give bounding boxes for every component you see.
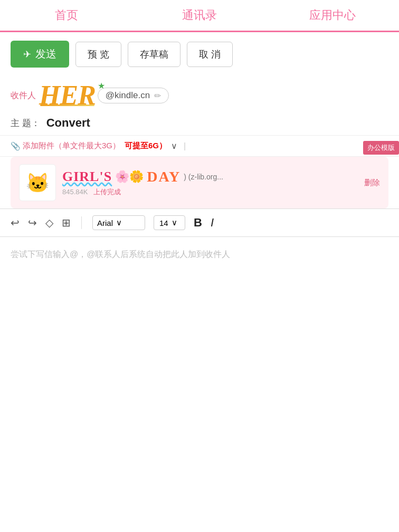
recipient-name-decoration: HER ★: [39, 82, 96, 109]
file-extension: ) (z-lib.org...: [184, 173, 223, 181]
send-button[interactable]: ✈ 发送: [11, 41, 69, 68]
recipient-row: 收件人 HER ★ @kindle.cn ✏: [0, 76, 399, 113]
font-chevron-icon: ∨: [116, 218, 122, 227]
undo-icon[interactable]: ↩: [11, 216, 20, 229]
upgrade-label: 可提至6G）: [125, 141, 167, 151]
attach-label-text[interactable]: 添加附件（单文件最大3G）: [23, 141, 120, 151]
editor-body[interactable]: 尝试下写信输入@，@联系人后系统自动把此人加到收件人: [0, 237, 399, 416]
attach-icon: 📎 添加附件（单文件最大3G）: [11, 141, 120, 151]
file-meta: 845.84K 上传完成: [62, 187, 380, 197]
font-family-select[interactable]: Arial ∨: [92, 215, 145, 230]
compose-toolbar: ✈ 发送 预 览 存草稿 取 消: [0, 32, 399, 76]
chevron-down-icon[interactable]: ∨: [171, 141, 177, 151]
file-size: 845.84K: [62, 188, 88, 196]
redo-icon[interactable]: ↪: [28, 216, 37, 229]
file-status: 上传完成: [93, 188, 121, 196]
edit-icon[interactable]: ✏: [154, 91, 161, 101]
nav-app-center[interactable]: 应用中心: [266, 0, 399, 31]
flower-decoration: 🌸🌼: [115, 170, 144, 184]
recipient-label: 收件人: [11, 90, 36, 101]
italic-button[interactable]: I: [211, 216, 214, 230]
file-thumbnail: 🐱: [19, 164, 56, 201]
vertical-divider: |: [184, 141, 186, 151]
attach-bar: 📎 添加附件（单文件最大3G） 可提至6G） ∨ | 办公模版: [0, 136, 399, 157]
cat-icon: 🐱: [20, 165, 55, 201]
font-size-select[interactable]: 14 ∨: [154, 215, 185, 230]
font-name: Arial: [97, 218, 113, 227]
eraser-icon[interactable]: ◇: [45, 216, 53, 229]
format-icon[interactable]: ⊞: [62, 216, 71, 229]
star-decoration: ★: [98, 81, 105, 91]
send-icon: ✈: [23, 49, 31, 60]
file-info: GIRL'S 🌸🌼 DAY ) (z-lib.org... 845.84K 上传…: [62, 168, 380, 197]
attached-file-row: 🐱 GIRL'S 🌸🌼 DAY ) (z-lib.org... 845.84K …: [11, 157, 388, 208]
bold-button[interactable]: B: [194, 216, 202, 230]
underline-decoration: [40, 104, 94, 106]
toolbar-divider: [81, 216, 82, 229]
draft-button[interactable]: 存草稿: [128, 42, 180, 67]
cancel-button[interactable]: 取 消: [187, 42, 233, 67]
girlsday-day-text: DAY: [147, 168, 180, 185]
subject-row: 主 题： Convert: [0, 113, 399, 136]
top-nav: 首页 通讯录 应用中心: [0, 0, 399, 32]
recipient-email-pill[interactable]: @kindle.cn ✏: [98, 88, 169, 103]
girlsday-girls-text: GIRL'S: [62, 169, 112, 185]
subject-text: Convert: [46, 116, 90, 130]
preview-button[interactable]: 预 览: [75, 42, 121, 67]
editor-placeholder: 尝试下写信输入@，@联系人后系统自动把此人加到收件人: [11, 250, 230, 259]
size-chevron-icon: ∨: [172, 218, 177, 227]
upgrade-size: 6G: [148, 141, 159, 150]
editor-toolbar: ↩ ↪ ◇ ⊞ Arial ∨ 14 ∨ B I: [0, 208, 399, 237]
email-text: @kindle.cn: [106, 90, 150, 101]
font-size-value: 14: [159, 218, 168, 227]
nav-contacts[interactable]: 通讯录: [133, 0, 266, 31]
subject-label: 主 题：: [11, 117, 40, 129]
nav-home[interactable]: 首页: [0, 0, 133, 31]
office-template-button[interactable]: 办公模版: [363, 141, 399, 155]
file-name-row: GIRL'S 🌸🌼 DAY ) (z-lib.org...: [62, 168, 380, 185]
delete-file-button[interactable]: 删除: [364, 178, 380, 188]
